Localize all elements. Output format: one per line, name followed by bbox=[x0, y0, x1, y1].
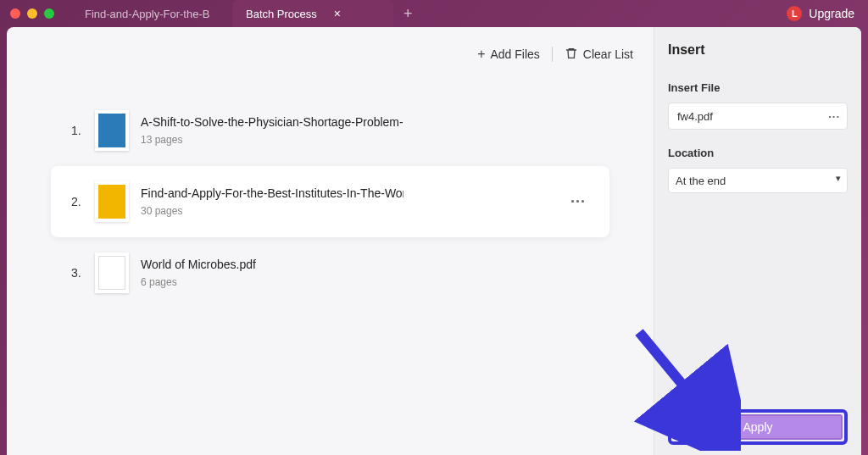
trash-icon bbox=[565, 47, 578, 63]
more-options-icon[interactable]: ··· bbox=[828, 110, 840, 123]
file-name: World of Microbes.pdf bbox=[141, 258, 403, 271]
file-name: A-Shift-to-Solve-the-Physician-Shortage-… bbox=[141, 115, 403, 129]
tab-batch-process[interactable]: Batch Process × bbox=[232, 0, 393, 27]
location-select[interactable]: At the end bbox=[668, 168, 848, 193]
window-controls bbox=[10, 8, 54, 19]
plus-icon bbox=[477, 47, 485, 62]
file-thumbnail bbox=[95, 181, 129, 222]
tab-document[interactable]: Find-and-Apply-For-the-B bbox=[71, 0, 232, 27]
user-avatar: L bbox=[787, 6, 802, 21]
titlebar: Find-and-Apply-For-the-B Batch Process ×… bbox=[0, 0, 868, 27]
clear-list-label: Clear List bbox=[583, 47, 633, 61]
panel-title: Insert bbox=[668, 42, 848, 58]
file-pages: 30 pages bbox=[141, 205, 567, 217]
file-info: World of Microbes.pdf 6 pages bbox=[141, 258, 589, 288]
file-list: 1. A-Shift-to-Solve-the-Physician-Shorta… bbox=[27, 95, 633, 308]
row-menu-icon[interactable]: ··· bbox=[567, 193, 589, 211]
location-label: Location bbox=[668, 147, 848, 159]
close-tab-icon[interactable]: × bbox=[334, 7, 341, 20]
row-index: 1. bbox=[71, 124, 95, 137]
add-files-button[interactable]: Add Files bbox=[477, 47, 540, 62]
toolbar-divider bbox=[552, 47, 553, 62]
minimize-window-button[interactable] bbox=[27, 8, 37, 19]
tab-bar: Find-and-Apply-For-the-B Batch Process ×… bbox=[71, 0, 423, 27]
row-index: 2. bbox=[71, 195, 95, 208]
main-panel: Add Files Clear List 1. A-Shift-to-Solve… bbox=[7, 27, 654, 455]
new-tab-button[interactable]: + bbox=[393, 0, 423, 27]
tab-label: Batch Process bbox=[246, 8, 317, 20]
insert-file-label: Insert File bbox=[668, 81, 848, 94]
app-window: Add Files Clear List 1. A-Shift-to-Solve… bbox=[7, 27, 861, 455]
file-row[interactable]: 3. World of Microbes.pdf 6 pages bbox=[51, 237, 609, 308]
row-index: 3. bbox=[71, 266, 95, 280]
upgrade-button[interactable]: L Upgrade bbox=[787, 6, 854, 21]
close-window-button[interactable] bbox=[10, 8, 20, 19]
file-row[interactable]: 2. Find-and-Apply-For-the-Best-Institute… bbox=[51, 166, 609, 237]
tab-label: Find-and-Apply-For-the-B bbox=[85, 8, 209, 20]
file-pages: 6 pages bbox=[141, 276, 589, 288]
file-thumbnail bbox=[95, 252, 129, 293]
side-panel: Insert Insert File fw4.pdf ··· Location … bbox=[654, 27, 861, 455]
add-files-label: Add Files bbox=[491, 47, 540, 61]
apply-button[interactable]: Apply bbox=[673, 414, 843, 440]
file-info: Find-and-Apply-For-the-Best-Institutes-I… bbox=[141, 186, 567, 217]
file-info: A-Shift-to-Solve-the-Physician-Shortage-… bbox=[141, 115, 589, 146]
file-pages: 13 pages bbox=[141, 134, 589, 146]
maximize-window-button[interactable] bbox=[44, 8, 54, 19]
insert-file-field[interactable]: fw4.pdf ··· bbox=[668, 103, 848, 130]
upgrade-label: Upgrade bbox=[809, 7, 854, 20]
file-name: Find-and-Apply-For-the-Best-Institutes-I… bbox=[141, 186, 403, 200]
location-select-wrap: At the end bbox=[668, 168, 848, 193]
file-thumbnail bbox=[95, 110, 129, 151]
insert-file-value: fw4.pdf bbox=[677, 110, 713, 123]
clear-list-button[interactable]: Clear List bbox=[565, 47, 633, 63]
file-row[interactable]: 1. A-Shift-to-Solve-the-Physician-Shorta… bbox=[51, 95, 609, 166]
apply-highlight: Apply bbox=[668, 409, 848, 445]
toolbar: Add Files Clear List bbox=[27, 39, 633, 69]
